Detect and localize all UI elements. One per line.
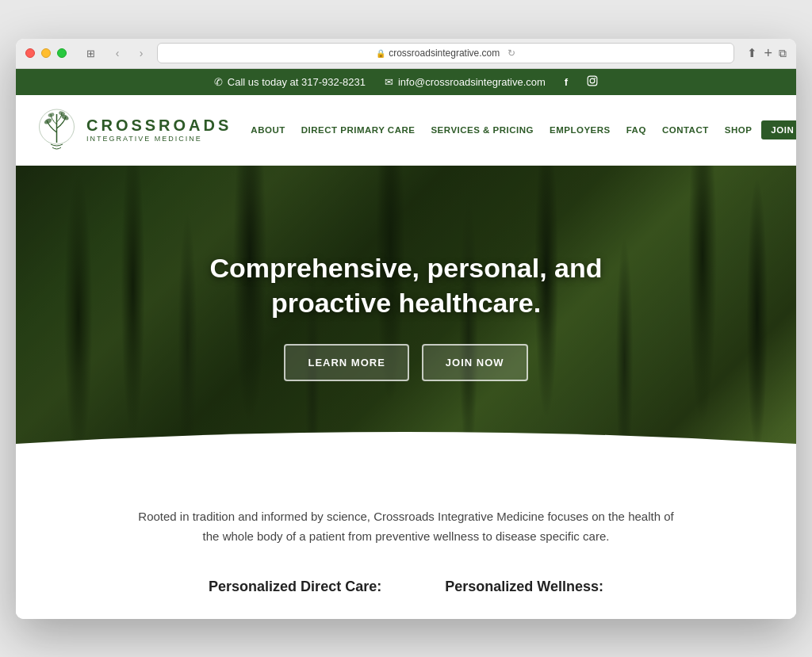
phone-text: Call us today at 317-932-8231 bbox=[228, 76, 366, 88]
tabs-icon[interactable]: ⧉ bbox=[779, 47, 787, 60]
logo-main-text: CROSSROADS bbox=[86, 117, 232, 133]
facebook-item[interactable]: f bbox=[565, 76, 568, 88]
lock-icon: 🔒 bbox=[376, 49, 385, 58]
learn-more-button[interactable]: LEARN MORE bbox=[284, 344, 408, 381]
cards-row: Personalized Direct Care: Personalized W… bbox=[35, 579, 777, 595]
card2-heading: Personalized Wellness: bbox=[445, 579, 603, 595]
card1-heading: Personalized Direct Care: bbox=[209, 579, 381, 595]
svg-point-2 bbox=[595, 77, 596, 78]
back-icon[interactable]: ‹ bbox=[108, 44, 127, 63]
nav-shop[interactable]: SHOP bbox=[718, 120, 759, 139]
close-button[interactable] bbox=[25, 48, 35, 58]
forward-icon[interactable]: › bbox=[132, 44, 151, 63]
reload-icon[interactable]: ↻ bbox=[508, 48, 515, 59]
sidebar-toggle-icon[interactable]: ⊞ bbox=[79, 44, 102, 62]
instagram-icon bbox=[587, 75, 598, 89]
below-hero-description: Rooted in tradition and informed by scie… bbox=[136, 506, 676, 547]
nav-links: ABOUT DIRECT PRIMARY CARE SERVICES & PRI… bbox=[244, 120, 796, 139]
phone-icon: ✆ bbox=[214, 76, 223, 88]
hero-buttons: LEARN MORE JOIN NOW bbox=[284, 344, 527, 381]
svg-rect-0 bbox=[588, 76, 597, 86]
maximize-button[interactable] bbox=[57, 48, 67, 58]
phone-item[interactable]: ✆ Call us today at 317-932-8231 bbox=[214, 76, 366, 88]
browser-window: ⊞ ‹ › 🔒 crossroadsintegrative.com ↻ ⬆ + … bbox=[16, 39, 796, 619]
nav-contact[interactable]: CONTACT bbox=[656, 120, 715, 139]
minimize-button[interactable] bbox=[41, 48, 51, 58]
logo-sub-text: INTEGRATIVE MEDICINE bbox=[86, 135, 232, 143]
email-text: info@crossroadsintegrative.com bbox=[398, 76, 546, 88]
address-bar[interactable]: 🔒 crossroadsintegrative.com ↻ bbox=[157, 43, 734, 63]
below-hero-section: Rooted in tradition and informed by scie… bbox=[16, 467, 796, 619]
instagram-item[interactable] bbox=[587, 75, 598, 89]
new-tab-icon[interactable]: + bbox=[764, 45, 772, 62]
toolbar-right: ⬆ + ⧉ bbox=[747, 45, 787, 62]
browser-titlebar: ⊞ ‹ › 🔒 crossroadsintegrative.com ↻ ⬆ + … bbox=[16, 39, 796, 69]
url-text: crossroadsintegrative.com bbox=[389, 48, 500, 59]
nav-direct-primary-care[interactable]: DIRECT PRIMARY CARE bbox=[295, 120, 422, 139]
hero-title: Comprehensive, personal, and proactive h… bbox=[200, 250, 612, 320]
facebook-icon: f bbox=[565, 76, 568, 88]
nav-about[interactable]: ABOUT bbox=[244, 120, 291, 139]
nav-employers[interactable]: EMPLOYERS bbox=[543, 120, 617, 139]
email-icon: ✉ bbox=[385, 76, 393, 88]
nav-join-now[interactable]: JOIN NOW bbox=[761, 120, 796, 139]
logo-icon bbox=[35, 105, 79, 156]
logo-text: CROSSROADS INTEGRATIVE MEDICINE bbox=[86, 117, 232, 143]
join-now-hero-button[interactable]: JOIN NOW bbox=[422, 344, 528, 381]
hero-section: Comprehensive, personal, and proactive h… bbox=[16, 166, 796, 467]
website-content: ✆ Call us today at 317-932-8231 ✉ info@c… bbox=[16, 69, 796, 619]
browser-nav: ⊞ ‹ › bbox=[79, 44, 151, 63]
main-nav: CROSSROADS INTEGRATIVE MEDICINE ABOUT DI… bbox=[16, 95, 796, 166]
nav-services-pricing[interactable]: SERVICES & PRICING bbox=[424, 120, 540, 139]
svg-point-4 bbox=[44, 117, 53, 124]
top-bar: ✆ Call us today at 317-932-8231 ✉ info@c… bbox=[16, 69, 796, 95]
email-item[interactable]: ✉ info@crossroadsintegrative.com bbox=[385, 76, 546, 88]
logo-area[interactable]: CROSSROADS INTEGRATIVE MEDICINE bbox=[35, 105, 232, 156]
share-icon[interactable]: ⬆ bbox=[747, 46, 757, 60]
svg-point-1 bbox=[590, 78, 595, 83]
hero-curve bbox=[16, 420, 796, 467]
nav-faq[interactable]: FAQ bbox=[620, 120, 653, 139]
